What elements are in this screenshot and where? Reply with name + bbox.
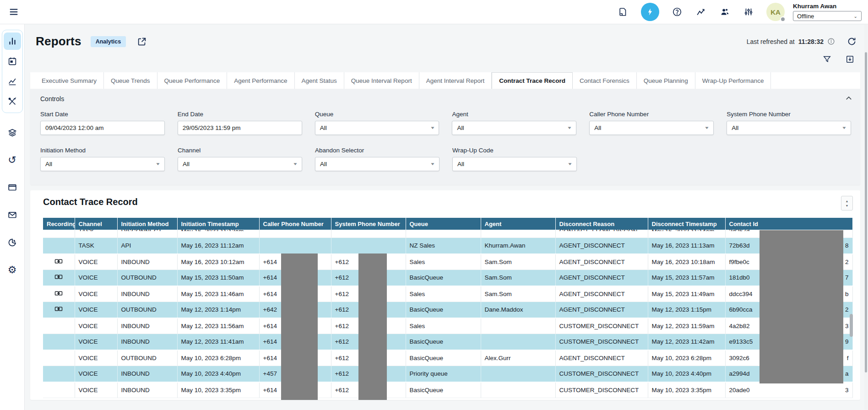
dropdown-caret-icon: ▼ [155, 162, 161, 166]
system-phone-number-select: System Phone Number All ▼ [727, 111, 851, 135]
table-title: Contact Trace Record [43, 197, 138, 207]
dropdown-caret-icon: ▼ [293, 162, 298, 166]
start-date-field: Start Date 09/04/2023 12:00 am [40, 111, 165, 135]
sidebar-item-history[interactable]: ↺ [4, 151, 21, 169]
avatar-initials: KA [770, 8, 781, 16]
controls-row-1: Start Date 09/04/2023 12:00 am End Date … [40, 111, 851, 135]
tab-contract-trace-record[interactable]: Contract Trace Record [492, 72, 573, 89]
redaction-box-system-phone [358, 254, 387, 400]
table-row[interactable]: VOICE INBOUND May 10, 2023 3:35pm +614 +… [43, 382, 852, 398]
sidebar-item-schedule[interactable] [4, 53, 21, 70]
sidebar-item-customize[interactable] [4, 93, 21, 110]
status-dot [780, 16, 786, 22]
sidebar-item-settings[interactable]: ⚙ [4, 261, 21, 279]
menu-icon[interactable] [7, 5, 20, 18]
column-header: Initiation Timestamp [177, 218, 259, 230]
table-row[interactable]: VOICE OUTBOUND May 15, 2023 11:50am +614… [43, 270, 852, 286]
column-header: Initiation Method [117, 218, 177, 230]
redaction-box-contact-id [760, 230, 843, 383]
tab-agent-interval-report[interactable]: Agent Interval Report [419, 72, 492, 89]
arrow-down-icon[interactable]: ▼ [846, 204, 849, 207]
report-panel: Executive Summary Queue Trends Queue Per… [30, 72, 860, 185]
controls-row-2: Initiation Method All ▼ Channel All ▼ [40, 147, 851, 171]
last-refreshed-time: 11:28:32 [798, 38, 824, 45]
download-icon[interactable] [844, 53, 856, 65]
arrow-up-icon[interactable]: ▲ [846, 200, 849, 203]
analytics-badge: Analytics [91, 36, 126, 47]
table-row[interactable]: TASK API May 16, 2023 11:12am NZ Sales K… [43, 238, 852, 254]
open-in-new-window-icon[interactable] [137, 37, 147, 47]
tab-wrap-up-performance[interactable]: Wrap-Up Performance [695, 72, 771, 89]
user-name: Khurram Awan [793, 3, 862, 10]
users-icon[interactable] [719, 6, 731, 18]
help-icon[interactable] [671, 6, 683, 18]
page-scrollbar[interactable] [864, 25, 868, 410]
recording-link-icon[interactable] [54, 306, 63, 312]
page-scrollbar-thumb[interactable] [865, 52, 867, 372]
history-icon: ↺ [8, 155, 16, 165]
tab-contact-forensics[interactable]: Contact Forensics [573, 72, 637, 89]
contact-trace-record-card: Contact Trace Record ▲ ▼ Re [30, 190, 860, 400]
controls-title: Controls [40, 93, 851, 111]
table-row[interactable]: VOICE OUTBOUND May 10, 2023 6:28pm +614 … [43, 350, 852, 366]
dropdown-caret-icon: ▼ [430, 126, 435, 130]
tab-queue-performance[interactable]: Queue Performance [157, 72, 228, 89]
caller-phone-number-select: Caller Phone Number All ▼ [589, 111, 714, 135]
sidebar-item-layers[interactable] [4, 124, 21, 141]
table-row[interactable]: VOICE INBOUND May 12, 2023 11:41am +614 … [43, 334, 852, 350]
controls-section: Controls Start Date 09/04/2023 12:00 am [30, 89, 860, 185]
sidebar-item-dashboards[interactable] [4, 234, 21, 251]
chevron-up-icon[interactable] [845, 94, 853, 102]
preferences-sliders-icon[interactable] [743, 6, 754, 18]
info-icon[interactable] [827, 38, 835, 45]
table-wrap: RecordingChannelInitiation MethodInitiat… [43, 218, 853, 398]
contact-trace-record-table: RecordingChannelInitiation MethodInitiat… [43, 218, 853, 398]
tab-queue-planning[interactable]: Queue Planning [637, 72, 695, 89]
column-header: System Phone Number [331, 218, 406, 230]
sidebar-item-reports[interactable] [4, 32, 21, 50]
sidebar-item-messages[interactable] [4, 206, 21, 224]
recording-link-icon[interactable] [54, 291, 63, 296]
queue-select: Queue All ▼ [315, 111, 439, 135]
dropdown-caret-icon: ▼ [567, 126, 572, 130]
tab-agent-performance[interactable]: Agent Performance [227, 72, 294, 89]
table-row[interactable]: VOICE INBOUND May 15, 2023 11:46am +614 … [43, 286, 852, 302]
refresh-icon[interactable] [847, 37, 857, 46]
table-row[interactable]: VOICE INBOUND May 16, 2023 10:12am +614 … [43, 254, 852, 270]
tab-executive-summary[interactable]: Executive Summary [35, 72, 104, 89]
column-header: Recording [43, 218, 75, 230]
wrap-up-code-select: Wrap-Up Code All ▼ [452, 147, 577, 171]
filter-icon[interactable] [821, 53, 833, 65]
dropdown-caret-icon: ▼ [841, 126, 847, 130]
status-value: Offline [797, 13, 814, 20]
report-toolbar [30, 53, 860, 65]
page-header: Reports Analytics Last refreshed at 11:2… [30, 24, 860, 52]
table-row[interactable]: TASK DISCONNECT May 16, 2023 11:13am CON… [43, 230, 852, 238]
user-box: Khurram Awan Offline ⌄ [793, 3, 862, 21]
column-header: Caller Phone Number [259, 218, 331, 230]
table-row[interactable]: VOICE INBOUND May 12, 2023 11:56am +614 … [43, 318, 852, 334]
sidebar-item-trends[interactable] [4, 73, 21, 90]
recording-link-icon[interactable] [54, 259, 63, 264]
table-row[interactable]: VOICE INBOUND May 10, 2023 4:40pm +457 +… [43, 366, 852, 382]
metrics-icon[interactable] [695, 6, 707, 18]
abandon-selector-select: Abandon Selector All ▼ [315, 147, 439, 171]
tab-queue-trends[interactable]: Queue Trends [104, 72, 157, 89]
table-scroll-stepper[interactable]: ▲ ▼ [841, 196, 853, 210]
tab-queue-interval-report[interactable]: Queue Interval Report [344, 72, 419, 89]
table-row[interactable]: VOICE OUTBOUND May 12, 2023 1:14pm +642 … [43, 302, 852, 318]
notes-icon[interactable] [617, 6, 629, 18]
status-select[interactable]: Offline ⌄ [793, 11, 862, 21]
sidebar-item-workspace[interactable] [4, 179, 21, 196]
column-header: Disconnect Timestamp [648, 218, 725, 230]
table-scrollbar-thumb[interactable] [850, 314, 853, 337]
tab-agent-status[interactable]: Agent Status [295, 72, 344, 89]
report-tabs: Executive Summary Queue Trends Queue Per… [30, 72, 860, 89]
recording-link-icon[interactable] [54, 274, 63, 280]
chevron-down-icon: ⌄ [854, 14, 857, 19]
quick-connect-icon[interactable] [641, 3, 659, 21]
table-header-row: RecordingChannelInitiation MethodInitiat… [43, 218, 852, 230]
avatar[interactable]: KA [766, 3, 785, 21]
refresh-area: Last refreshed at 11:28:32 [747, 37, 857, 46]
dropdown-caret-icon: ▼ [567, 162, 573, 166]
